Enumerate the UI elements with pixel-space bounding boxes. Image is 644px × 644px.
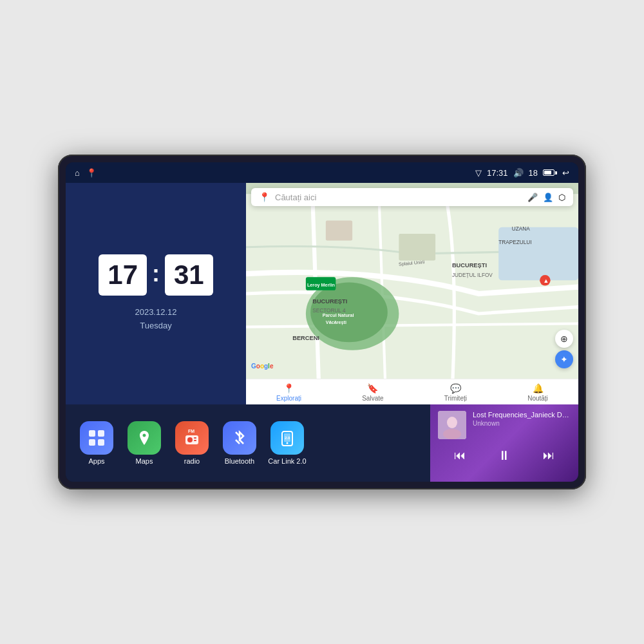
radio-icon: FM [175,421,209,455]
home-icon[interactable]: ⌂ [75,168,80,178]
carlink-icon: 2.0 [270,421,304,455]
svg-text:UZANA: UZANA [512,226,530,232]
bluetooth-icon [223,421,256,455]
account-icon[interactable]: 👤 [543,193,553,202]
svg-text:TRAPEZULUI: TRAPEZULUI [498,240,531,245]
svg-rect-4 [399,234,435,260]
car-head-unit: ⌂ 📍 ▽ 17:31 🔊 18 ↩ [58,155,586,489]
apps-icon [80,421,113,455]
svg-text:Leroy Merlin: Leroy Merlin [307,282,335,288]
clock-day-value: Tuesday [135,319,176,333]
svg-text:Parcul Natural: Parcul Natural [323,312,354,318]
svg-text:BUCUREȘTI: BUCUREȘTI [312,298,347,305]
clock-date-value: 2023.12.12 [135,306,176,319]
map-nav-saved[interactable]: 🔖 Salvate [362,383,383,402]
clock-date: 2023.12.12 Tuesday [135,306,176,333]
svg-rect-27 [194,440,196,441]
svg-point-31 [287,442,289,444]
explore-icon: 📍 [283,383,294,393]
map-search-bar[interactable]: 📍 Căutați aici 🎤 👤 ⬡ [251,188,573,206]
app-item-carlink[interactable]: 2.0 Car Link 2.0 [267,421,308,465]
prev-button[interactable]: ⏮ [449,446,471,465]
svg-rect-25 [187,437,193,442]
svg-rect-22 [89,439,95,446]
player-top: Lost Frequencies_Janieck Devy-... Unknow… [438,411,571,439]
app-item-radio[interactable]: FM radio [171,421,213,465]
saved-label: Salvate [362,395,383,402]
player-artist: Unknown [473,420,571,427]
map-bottom-nav: 📍 Explorați 🔖 Salvate 💬 Trimiteți � [246,379,578,404]
clock-colon: : [152,260,160,287]
main-area: 17 : 31 2023.12.12 Tuesday [66,183,578,482]
share-icon: 💬 [450,383,461,393]
back-icon[interactable]: ↩ [562,168,569,178]
next-button[interactable]: ⏭ [538,446,560,465]
screen: ⌂ 📍 ▽ 17:31 🔊 18 ↩ [66,162,578,482]
news-icon: 🔔 [533,383,544,393]
svg-text:JUDEȚUL ILFOV: JUDEȚUL ILFOV [452,272,493,278]
map-nav-news[interactable]: 🔔 Noutăți [527,383,548,402]
svg-rect-3 [498,227,578,281]
status-bar: ⌂ 📍 ▽ 17:31 🔊 18 ↩ [66,162,578,183]
svg-rect-5 [326,220,352,240]
status-bar-left: ⌂ 📍 [75,168,97,178]
svg-text:BERCENI: BERCENI [292,335,319,341]
app-item-maps[interactable]: Maps [124,421,165,465]
svg-text:2.0: 2.0 [285,436,290,440]
svg-text:BUCUREȘTI: BUCUREȘTI [452,262,487,269]
svg-text:Văcărești: Văcărești [326,319,346,325]
clock-hours: 17 [99,254,147,296]
map-nav-share[interactable]: 💬 Trimiteți [444,383,467,402]
apps-label: Apps [88,457,104,465]
mic-icon[interactable]: 🎤 [527,193,538,202]
music-player: Lost Frequencies_Janieck Devy-... Unknow… [430,404,578,482]
explore-label: Explorați [276,395,301,402]
svg-rect-23 [98,439,104,446]
status-time: 17:31 [487,168,508,178]
svg-text:▲: ▲ [543,278,549,284]
radio-label: radio [184,457,200,465]
svg-rect-26 [194,437,196,439]
svg-rect-20 [89,430,95,437]
maps-label: Maps [136,457,153,465]
map-panel[interactable]: BUCUREȘTI SECTORUL 4 BERCENI BUCUREȘTI J… [246,183,578,404]
map-nav-explore[interactable]: 📍 Explorați [276,383,301,402]
player-controls: ⏮ ⏸ ⏭ [438,446,571,466]
clock-display: 17 : 31 [99,254,213,296]
svg-point-34 [447,417,457,428]
player-thumbnail [438,411,466,439]
player-title: Lost Frequencies_Janieck Devy-... [473,411,571,419]
news-label: Noutăți [527,395,548,402]
apps-bar: Apps Maps [66,404,430,482]
svg-point-35 [443,429,461,439]
battery-icon [543,169,557,176]
maps-shortcut-icon[interactable]: 📍 [86,168,97,178]
play-pause-button[interactable]: ⏸ [493,446,516,466]
status-bar-right: ▽ 17:31 🔊 18 ↩ [475,168,569,178]
map-search-actions: 🎤 👤 ⬡ [527,193,565,202]
clock-minutes: 31 [165,254,213,296]
map-svg: BUCUREȘTI SECTORUL 4 BERCENI BUCUREȘTI J… [246,183,578,404]
top-section: 17 : 31 2023.12.12 Tuesday [66,183,578,404]
clock-panel: 17 : 31 2023.12.12 Tuesday [66,183,246,404]
player-info: Lost Frequencies_Janieck Devy-... Unknow… [473,411,571,427]
signal-icon: ▽ [475,168,482,178]
battery-level: 18 [529,168,538,178]
map-pin-icon: 📍 [259,192,270,202]
map-search-placeholder[interactable]: Căutați aici [275,193,522,202]
compass-button[interactable]: ⊕ [555,330,573,348]
app-item-bluetooth[interactable]: Bluetooth [219,421,260,465]
locate-button[interactable]: ✦ [555,350,573,368]
google-logo: Google [251,363,273,370]
layers-icon[interactable]: ⬡ [558,193,565,202]
share-label: Trimiteți [444,395,467,402]
svg-text:FM: FM [188,429,194,433]
volume-icon[interactable]: 🔊 [513,168,524,178]
bottom-section: Apps Maps [66,404,578,482]
app-item-apps[interactable]: Apps [76,421,117,465]
bluetooth-label: Bluetooth [225,457,254,465]
saved-icon: 🔖 [367,383,378,393]
maps-icon [128,421,161,455]
carlink-label: Car Link 2.0 [268,457,306,465]
svg-rect-21 [98,430,104,437]
